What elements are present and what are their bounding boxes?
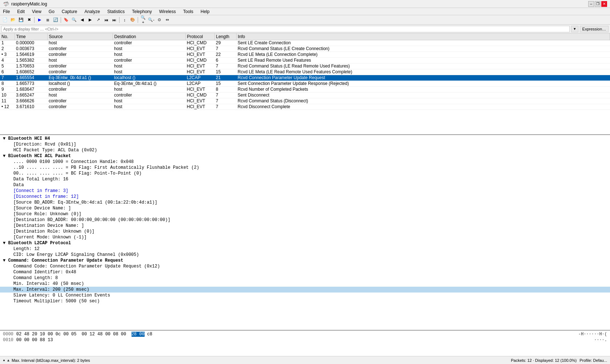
- detail-line[interactable]: [Destination BD_ADDR: 00:00:00_00:00:00 …: [0, 217, 610, 223]
- detail-line[interactable]: CID: Low Energy L2CAP Signaling Channel …: [0, 252, 610, 258]
- table-row[interactable]: 91.683647controllerhostHCI_EVT8Rcvd Numb…: [0, 86, 610, 92]
- table-row[interactable]: 31.564619controllerhostHCI_EVT22Rcvd LE …: [0, 52, 610, 57]
- detail-line[interactable]: [Source Role: Unknown (0)]: [0, 211, 610, 217]
- col-time[interactable]: Time: [15, 33, 47, 40]
- detail-section-header[interactable]: ▼ Command: Connection Parameter Update R…: [0, 258, 610, 263]
- table-row[interactable]: 81.665773localhost ()Eq-3Entw_0b:4d:a1 (…: [0, 81, 610, 86]
- menu-file[interactable]: File: [1, 9, 11, 14]
- expand-icon[interactable]: ▼: [3, 136, 8, 141]
- col-source[interactable]: Source: [47, 33, 113, 40]
- table-row[interactable]: 113.666626controllerhostHCI_EVT7Rcvd Com…: [0, 98, 610, 104]
- table-row[interactable]: 123.671610controllerhostHCI_EVT7Rcvd Dis…: [0, 104, 610, 110]
- col-info[interactable]: Info: [236, 33, 610, 40]
- detail-section-header[interactable]: ▼ Bluetooth HCI ACL Packet: [0, 153, 610, 159]
- detail-line[interactable]: Command Length: 8: [0, 275, 610, 281]
- start-capture-button[interactable]: ▶: [36, 16, 43, 24]
- detail-line[interactable]: Timeout Multiplier: 5000 (50 sec): [0, 298, 610, 304]
- detail-line[interactable]: Length: 12: [0, 246, 610, 252]
- detail-line[interactable]: Data: [0, 182, 610, 188]
- menu-telephony[interactable]: Telephony: [130, 9, 153, 14]
- table-row[interactable]: 10.000000hostcontrollerHCI_CMD29Sent LE …: [0, 40, 610, 46]
- go-forward-button[interactable]: ▶: [86, 16, 94, 24]
- detail-line[interactable]: [Current Mode: Unknown (-1)]: [0, 234, 610, 240]
- zoom-normal-button[interactable]: ⊙: [155, 16, 163, 24]
- detail-line[interactable]: [Connect in frame: 3]: [0, 188, 610, 194]
- table-row[interactable]: 71.665554Eq-3Entw_0b:4d:a1 ()localhost (…: [0, 75, 610, 81]
- menu-tools[interactable]: Tools: [182, 9, 195, 14]
- table-row[interactable]: 103.665247hostcontrollerHCI_CMD7Sent Dis…: [0, 92, 610, 98]
- detail-line[interactable]: [Direction: Rcvd (0x01)]: [0, 142, 610, 147]
- close-capture-button[interactable]: ✖: [25, 16, 33, 24]
- stop-capture-button[interactable]: ⏹: [44, 16, 51, 24]
- display-filter-input[interactable]: [1, 26, 570, 32]
- detail-line[interactable]: Max. Interval: 200 (250 msec): [0, 287, 610, 293]
- go-to-packet-button[interactable]: ↗: [94, 16, 102, 24]
- menu-view[interactable]: View: [31, 9, 43, 14]
- detail-pane[interactable]: ▼ Bluetooth HCI H4 [Direction: Rcvd (0x0…: [0, 135, 610, 331]
- packet-source: controller: [47, 52, 113, 57]
- detail-line[interactable]: Command Code: Connection Parameter Updat…: [0, 263, 610, 269]
- table-row[interactable]: 20.003673controllerhostHCI_EVT7Rcvd Comm…: [0, 46, 610, 52]
- detail-line[interactable]: [Source BD_ADDR: Eq-3Entw_0b:4d:a1 (00:1…: [0, 200, 610, 205]
- go-back-button[interactable]: ◀: [78, 16, 86, 24]
- menu-edit[interactable]: Edit: [16, 9, 26, 14]
- resize-columns-button[interactable]: ⇔: [163, 16, 171, 24]
- save-button[interactable]: 💾: [17, 16, 25, 24]
- expand-icon[interactable]: ▼: [3, 241, 8, 246]
- first-packet-button[interactable]: ⏮: [102, 16, 110, 24]
- last-packet-button[interactable]: ⏭: [110, 16, 118, 24]
- detail-line[interactable]: [Destination Device Name: ]: [0, 223, 610, 229]
- detail-line[interactable]: [Destination Role: Unknown (0)]: [0, 229, 610, 234]
- restart-button[interactable]: 🔄: [52, 16, 59, 24]
- colorize-button[interactable]: 🎨: [129, 16, 136, 24]
- menu-statistics[interactable]: Statistics: [106, 9, 126, 14]
- detail-line[interactable]: Min. Interval: 40 (50 msec): [0, 281, 610, 287]
- col-destination[interactable]: Destination: [113, 33, 185, 40]
- detail-line[interactable]: HCI Packet Type: ACL Data (0x02): [0, 147, 610, 153]
- packet-info: Rcvd Number of Completed Packets: [236, 86, 610, 92]
- detail-line[interactable]: [Disconnect in frame: 12]: [0, 194, 610, 200]
- menu-wireless[interactable]: Wireless: [158, 9, 177, 14]
- new-button[interactable]: 📄: [1, 16, 9, 24]
- expand-icon[interactable]: ▼: [3, 154, 8, 159]
- filter-dropdown-button[interactable]: ▾: [571, 26, 578, 32]
- hex-offset: 0010: [3, 338, 13, 343]
- autoscroll-button[interactable]: ↕: [121, 16, 128, 24]
- table-row[interactable]: 51.570653controllerhostHCI_EVT7Rcvd Comm…: [0, 63, 610, 69]
- detail-line[interactable]: [Source Device Name: ]: [0, 205, 610, 211]
- detail-link[interactable]: [Connect in frame: 3]: [13, 188, 68, 193]
- packet-list[interactable]: No. Time Source Destination Protocol Len…: [0, 33, 610, 135]
- detail-line[interactable]: Slave Latency: 0 LL Connection Events: [0, 293, 610, 298]
- col-no[interactable]: No.: [0, 33, 15, 40]
- table-row[interactable]: 61.608652controllerhostHCI_EVT15Rcvd LE …: [0, 69, 610, 75]
- packet-source: controller: [47, 69, 113, 75]
- detail-line[interactable]: .... 0000 0100 1000 = Connection Handle:…: [0, 159, 610, 165]
- table-row[interactable]: 41.565382hostcontrollerHCI_CMD6Sent LE R…: [0, 57, 610, 63]
- hex-pane[interactable]: 000002 48 20 10 00 0c 00 05 00 12 48 00 …: [0, 331, 610, 356]
- zoom-in-button[interactable]: 🔍+: [140, 16, 147, 24]
- close-button[interactable]: ✕: [601, 1, 607, 7]
- title-bar-controls[interactable]: – ❐ ✕: [588, 1, 607, 7]
- col-protocol[interactable]: Protocol: [185, 33, 214, 40]
- detail-section-header[interactable]: ▼ Bluetooth L2CAP Protocol: [0, 240, 610, 246]
- menu-analyze[interactable]: Analyze: [83, 9, 102, 14]
- detail-line[interactable]: ..10 .... .... .... = PB Flag: First Aut…: [0, 165, 610, 171]
- detail-link[interactable]: [Disconnect in frame: 12]: [13, 194, 79, 199]
- open-button[interactable]: 📂: [9, 16, 17, 24]
- menu-go[interactable]: Go: [47, 9, 56, 14]
- menu-capture[interactable]: Capture: [60, 9, 79, 14]
- col-length[interactable]: Length: [214, 33, 236, 40]
- detail-section-header[interactable]: ▼ Bluetooth HCI H4: [0, 136, 610, 142]
- packet-info: Rcvd Command Status (LE Create Connectio…: [236, 46, 610, 52]
- restore-button[interactable]: ❐: [595, 1, 601, 7]
- menu-help[interactable]: Help: [199, 9, 211, 14]
- expand-icon[interactable]: ▼: [3, 258, 8, 263]
- zoom-out-button[interactable]: 🔍-: [148, 16, 155, 24]
- detail-line[interactable]: Command Identifier: 0x48: [0, 269, 610, 275]
- find-button[interactable]: 🔍: [70, 16, 78, 24]
- detail-line[interactable]: 00.. .... .... .... = BC Flag: Point-To-…: [0, 171, 610, 176]
- minimize-button[interactable]: –: [588, 1, 594, 7]
- expression-button[interactable]: Expression…: [580, 26, 609, 32]
- detail-line[interactable]: Data Total Length: 16: [0, 176, 610, 182]
- filter-button[interactable]: 🔖: [62, 16, 70, 24]
